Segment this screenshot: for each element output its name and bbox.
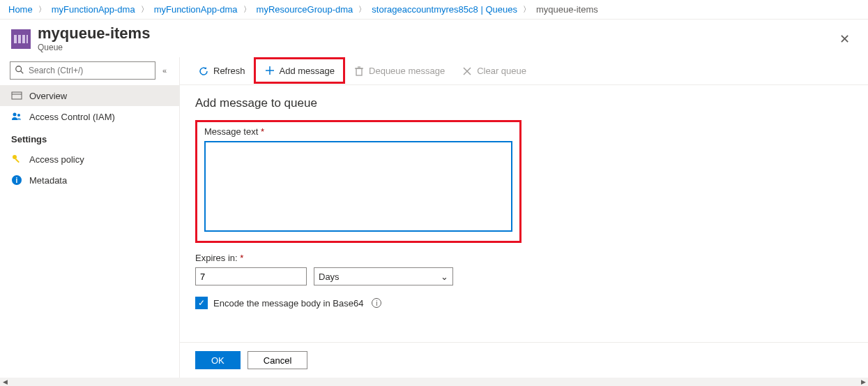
message-text-label: Message text * [204,126,512,137]
collapse-sidebar-button[interactable]: « [160,64,169,77]
overview-icon [11,90,22,101]
trash-icon [353,66,365,77]
breadcrumb-current: myqueue-items [536,4,598,15]
sidebar-item-label: Metadata [29,175,67,186]
main-content: Refresh Add message Dequeue message Clea… [180,57,868,378]
svg-line-1 [21,71,24,74]
search-input[interactable] [10,61,155,80]
toolbar-label: Add message [280,66,335,76]
svg-point-5 [17,114,20,117]
close-icon [462,66,473,77]
cancel-button[interactable]: Cancel [248,351,307,369]
page-header: myqueue-items Queue ✕ [0,20,868,57]
form-title: Add message to queue [195,96,853,110]
message-text-group: Message text * [195,120,521,243]
svg-rect-2 [12,92,22,99]
queue-icon [11,29,31,49]
toolbar: Refresh Add message Dequeue message Clea… [180,57,868,85]
toolbar-label: Dequeue message [369,66,445,76]
expires-unit-value: Days [319,272,340,282]
sidebar-item-overview[interactable]: Overview [0,85,179,106]
scroll-left-icon[interactable]: ◀ [0,378,10,385]
refresh-icon [198,66,209,77]
sidebar-item-metadata[interactable]: i Metadata [0,170,179,191]
iam-icon [11,111,22,122]
scroll-right-icon[interactable]: ▶ [858,378,868,385]
breadcrumb-link[interactable]: storageaccountmyres85c8 | Queues [372,4,517,15]
sidebar-item-access-policy[interactable]: Access policy [0,149,179,170]
sidebar-item-label: Overview [29,91,67,101]
refresh-button[interactable]: Refresh [190,60,254,82]
page-title: myqueue-items [38,26,150,41]
svg-rect-7 [15,158,20,163]
encode-label: Encode the message body in Base64 [213,298,363,309]
form-footer: OK Cancel [180,342,868,378]
chevron-right-icon: 〉 [358,4,366,15]
ok-button[interactable]: OK [195,351,241,369]
info-icon[interactable]: i [372,298,381,308]
form-area: Add message to queue Message text * Expi… [180,85,868,342]
close-button[interactable]: ✕ [832,27,857,51]
encode-checkbox[interactable]: ✓ [195,297,208,309]
search-icon [15,65,24,75]
breadcrumb-link[interactable]: myResourceGroup-dma [257,4,353,15]
page-subtitle: Queue [38,43,150,52]
expires-label: Expires in: * [195,253,853,263]
encode-checkbox-row: ✓ Encode the message body in Base64 i [195,297,853,309]
expires-unit-select[interactable]: Days ⌄ [314,267,453,285]
dequeue-message-button: Dequeue message [345,60,453,82]
clear-queue-button: Clear queue [453,60,535,82]
chevron-down-icon: ⌄ [441,272,448,282]
toolbar-label: Clear queue [477,66,526,76]
chevron-right-icon: 〉 [243,4,251,15]
expires-value-input[interactable] [195,267,307,285]
breadcrumb-link[interactable]: myFunctionApp-dma [52,4,135,15]
sidebar-item-label: Access policy [29,154,84,165]
svg-text:i: i [16,177,18,184]
sidebar-item-access-control[interactable]: Access Control (IAM) [0,106,179,127]
chevron-right-icon: 〉 [523,4,531,15]
sidebar: « Overview Access Control (IAM) Settings… [0,57,180,378]
info-icon: i [11,175,22,186]
sidebar-item-label: Access Control (IAM) [29,112,115,122]
svg-point-4 [13,113,17,117]
horizontal-scrollbar[interactable]: ◀ ▶ [0,378,868,386]
chevron-right-icon: 〉 [38,4,46,15]
key-icon [11,154,22,165]
plus-icon [264,65,275,76]
add-message-button[interactable]: Add message [254,57,346,84]
svg-rect-12 [356,68,362,75]
sidebar-section-settings: Settings [0,127,179,149]
chevron-right-icon: 〉 [141,4,149,15]
svg-point-0 [16,66,22,72]
message-text-input[interactable] [204,141,512,232]
breadcrumb-link[interactable]: Home [8,4,33,15]
breadcrumb: Home 〉 myFunctionApp-dma 〉 myFunctionApp… [0,0,868,20]
breadcrumb-link[interactable]: myFunctionApp-dma [154,4,238,15]
toolbar-label: Refresh [213,66,245,76]
